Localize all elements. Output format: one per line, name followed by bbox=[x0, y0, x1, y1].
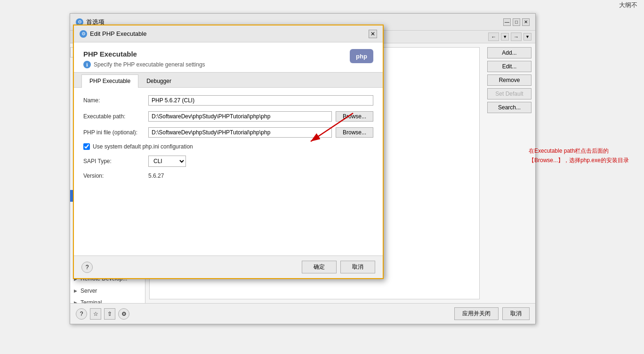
version-label: Version: bbox=[83, 173, 145, 179]
form-row-name: Name: bbox=[83, 95, 373, 106]
checkbox-label: Use system default php.ini configuration bbox=[93, 143, 193, 150]
name-input[interactable] bbox=[148, 95, 373, 106]
dialog-close-button[interactable]: ✕ bbox=[369, 30, 377, 38]
exec-path-input[interactable] bbox=[148, 111, 332, 122]
version-value: 5.6.27 bbox=[148, 173, 164, 179]
exec-path-label: Executable path: bbox=[83, 113, 145, 120]
dialog-header-title: PHP Executable bbox=[83, 50, 373, 58]
dialog-tabs: PHP Executable Debugger bbox=[74, 73, 383, 88]
sapi-label: SAPI Type: bbox=[83, 158, 145, 165]
dialog-titlebar-icon: ⚙ bbox=[80, 30, 87, 38]
checkbox-row-sys-default: Use system default php.ini configuration bbox=[83, 143, 373, 150]
dialog-header: PHP Executable ℹ Specify the PHP executa… bbox=[74, 42, 383, 73]
ini-file-label: PHP ini file (optional): bbox=[83, 129, 145, 136]
form-row-version: Version: 5.6.27 bbox=[83, 173, 373, 179]
dialog-footer-right: 确定 取消 bbox=[302, 261, 375, 273]
dialog-titlebar-left: ⚙ Edit PHP Executable bbox=[80, 30, 146, 38]
dialog-help-button[interactable]: ? bbox=[81, 262, 93, 273]
form-row-ini-file: PHP ini file (optional): Browse... bbox=[83, 127, 373, 138]
dialog-confirm-button[interactable]: 确定 bbox=[302, 261, 337, 273]
dialog-footer: ? 确定 取消 bbox=[74, 255, 383, 278]
dialog-header-info: ℹ Specify the PHP executable general set… bbox=[83, 61, 373, 68]
sys-default-checkbox[interactable] bbox=[83, 143, 90, 150]
dialog-cancel-button[interactable]: 取消 bbox=[340, 261, 375, 273]
exec-path-browse-button[interactable]: Browse... bbox=[336, 111, 373, 122]
edit-php-dialog: ⚙ Edit PHP Executable ✕ PHP Executable ℹ… bbox=[73, 25, 384, 279]
sapi-select[interactable]: CLI bbox=[148, 156, 186, 167]
dialog-header-subtitle: Specify the PHP executable general setti… bbox=[94, 61, 205, 68]
dialog-overlay: ⚙ Edit PHP Executable ✕ PHP Executable ℹ… bbox=[0, 0, 644, 354]
ini-file-input[interactable] bbox=[148, 127, 332, 138]
php-logo: php bbox=[350, 49, 373, 63]
form-row-sapi: SAPI Type: CLI bbox=[83, 156, 373, 167]
tab-php-executable[interactable]: PHP Executable bbox=[81, 74, 138, 88]
info-icon: ℹ bbox=[83, 61, 91, 68]
form-row-exec-path: Executable path: Browse... bbox=[83, 111, 373, 122]
dialog-body: Name: Executable path: Browse... PHP ini… bbox=[74, 88, 383, 255]
ini-file-browse-button[interactable]: Browse... bbox=[336, 127, 373, 138]
tab-debugger[interactable]: Debugger bbox=[138, 74, 179, 87]
dialog-title: Edit PHP Executable bbox=[90, 30, 146, 37]
dialog-titlebar: ⚙ Edit PHP Executable ✕ bbox=[74, 25, 383, 42]
name-label: Name: bbox=[83, 97, 145, 104]
